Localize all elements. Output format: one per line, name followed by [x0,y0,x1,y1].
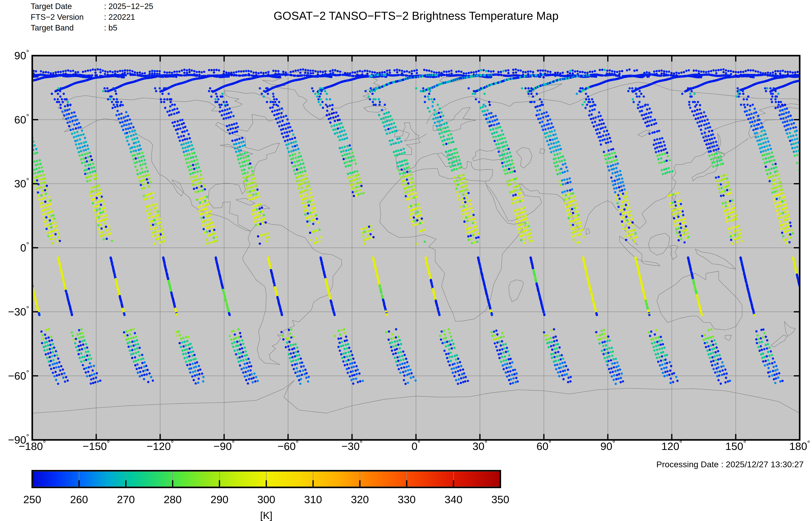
observation-dot [451,339,453,341]
observation-dot [123,124,125,127]
observation-dot [766,153,768,155]
observation-dot [77,135,80,137]
observation-dot [492,128,494,130]
observation-dot [736,218,738,220]
observation-dot [729,380,731,382]
observation-dot [679,223,681,225]
observation-dot [419,207,421,209]
observation-dot [211,90,213,92]
observation-dot [359,70,361,72]
observation-dot [599,334,601,336]
observation-dot [623,204,625,207]
observation-dot [248,199,250,201]
observation-dot [470,238,473,241]
observation-dot [179,140,181,142]
observation-dot [653,346,655,348]
observation-dot [735,214,737,216]
observation-dot [289,155,291,157]
observation-dot [447,154,449,157]
observation-dot [658,340,660,342]
observation-dot [202,376,205,378]
observation-dot [330,76,333,78]
observation-dot [85,367,88,369]
observation-dot [449,364,451,366]
observation-dot [199,190,201,192]
observation-dot [784,71,786,73]
observation-dot [504,363,506,365]
observation-dot [250,373,253,375]
observation-dot [410,205,412,207]
observation-dot [86,152,89,155]
observation-dot [199,202,201,204]
observation-dot [250,174,253,177]
observation-dot [716,160,718,162]
observation-dot [96,185,98,187]
observation-dot [505,371,507,374]
observation-dot [525,214,527,217]
observation-dot [193,160,196,162]
observation-dot [676,231,678,234]
observation-dot [85,359,87,361]
observation-dot [498,122,500,124]
observation-dot [49,199,51,202]
observation-dot [706,118,709,121]
observation-dot [346,368,348,370]
observation-dot [317,71,319,73]
observation-dot [149,177,151,180]
observation-dot [212,233,214,235]
observation-dot [613,379,615,381]
observation-dot [371,93,374,95]
observation-dot [156,207,158,209]
observation-dot [614,370,617,372]
observation-dot [191,355,194,357]
observation-dot [713,368,715,370]
observation-dot [391,131,393,133]
observation-dot [717,366,720,368]
observation-dot [186,340,188,342]
observation-dot [386,133,388,135]
observation-dot [195,366,197,368]
observation-dot [255,185,257,187]
observation-dot [79,138,81,140]
observation-dot [462,194,465,196]
observation-dot [521,231,523,233]
observation-dot [495,338,497,340]
observation-dot [254,177,256,180]
observation-dot [677,192,679,194]
observation-dot [676,220,678,222]
observation-dot [632,233,634,235]
observation-dot [389,342,391,344]
observation-dot [779,201,781,203]
observation-dot [796,146,798,148]
observation-dot [504,356,506,358]
observation-dot [513,377,515,380]
observation-dot [525,226,527,228]
observation-dot [139,144,141,146]
observation-dot [129,69,131,72]
observation-dot [570,228,573,230]
observation-dot [72,115,74,118]
observation-dot [732,203,735,205]
observation-dot [410,213,412,216]
observation-dot [506,152,509,155]
observation-dot [669,369,671,372]
observation-dot [510,366,512,368]
observation-dot [53,367,55,369]
observation-dot [611,355,613,357]
observation-dot [183,143,185,145]
observation-dot [626,196,628,198]
observation-dot [404,362,406,364]
observation-dot [776,190,778,192]
observation-dot [736,95,738,97]
observation-dot [569,201,571,203]
observation-dot [727,184,730,187]
observation-dot [51,230,53,232]
observation-dot [41,189,44,192]
observation-dot [496,123,498,125]
observation-dot [86,168,88,171]
observation-dot [497,71,500,73]
observation-dot [264,233,267,235]
observation-dot [628,206,631,209]
observation-dot [501,154,503,156]
observation-dot [287,135,289,137]
